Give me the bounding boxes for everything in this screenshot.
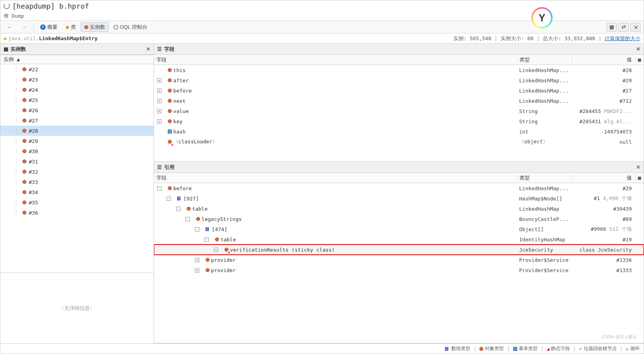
column-value[interactable]: 值 [572,56,635,63]
grid-row[interactable]: + beforeLinkedHashMap...#27 [154,85,644,96]
instance-row[interactable]: ⋮#33 [0,177,154,187]
toolbar-action-2[interactable]: ⇄ [618,23,629,32]
object-icon [22,200,26,204]
instance-row[interactable]: ⋮#29 [0,136,154,146]
column-value[interactable]: 值 [572,174,635,182]
expander-icon[interactable]: - [167,196,171,201]
close-icon[interactable]: ✕ [636,46,640,52]
overview-tab[interactable]: i概要 [37,23,61,32]
field-value: #29 [572,185,635,191]
instance-row[interactable]: ⋮#24 [0,85,154,95]
fields-panel-header: ☰ 字段 ✕ [154,44,644,55]
close-icon[interactable]: ✕ [636,164,640,170]
refs-grid[interactable]: - beforeLinkedHashMap...#29- [927]HashMa… [154,183,644,343]
back-button[interactable]: ← [4,23,16,32]
grid-row[interactable]: + nextLinkedHashMap...#712 [154,96,644,106]
grid-row[interactable]: - [927]HashMap$Node[]#1 4,096 个项 [154,193,644,204]
instances-column-header[interactable]: 实例 ▲ [0,55,154,64]
instance-id: #36 [29,210,38,216]
array-icon [206,227,210,231]
expander-icon[interactable]: - [186,217,190,221]
grid-row[interactable]: - beforeLinkedHashMap...#29 [154,183,644,193]
grid-row[interactable]: - tableIdentityHashMap#19 [154,234,644,245]
instance-row[interactable]: ⋮#27 [0,115,154,126]
oql-tab[interactable]: OQL 控制台 [110,23,150,32]
grid-row[interactable]: - tableLinkedHashMap#30439 [154,204,644,214]
expander-icon[interactable]: + [157,119,161,124]
instance-row[interactable]: ⋮#25 [0,95,154,105]
expander-icon[interactable]: + [195,268,199,272]
legend-gcroot: ⬈垃圾回收根节点 [579,345,616,352]
fields-grid[interactable]: thisLinkedHashMap...#28+ afterLinkedHash… [154,65,644,161]
refs-panel-title: 引用 [164,164,174,171]
instance-row[interactable]: ⋮#28 [0,126,154,136]
panel-icon: ☰ [157,164,162,170]
instance-row[interactable]: ⋮#22 [0,64,154,74]
expander-icon[interactable]: - [195,227,199,232]
column-field[interactable]: 字段 [154,56,517,63]
compute-retained-link[interactable]: 计算保留的大小 [605,35,640,42]
object-icon [168,99,172,103]
expander-icon[interactable]: + [157,99,161,103]
expander-icon[interactable]: + [157,78,161,83]
close-icon[interactable]: ✕ [146,46,150,52]
toolbar-action-1[interactable]: ▦ [607,23,617,32]
expander-icon[interactable]: + [214,248,218,252]
grid-row[interactable]: + keyString#285431 Alg.Al... [154,116,644,126]
field-type: String [517,108,572,114]
expander-icon[interactable]: - [176,207,180,211]
field-type: LinkedHashMap... [517,67,572,73]
instance-row[interactable]: ⋮#26 [0,105,154,115]
instance-row[interactable]: ⋮#31 [0,156,154,167]
field-name: next [173,98,186,104]
grid-row[interactable]: + afterLinkedHashMap...#29 [154,75,644,85]
expander-icon[interactable]: + [157,109,161,113]
panel-icon: ▦ [4,46,8,52]
instance-id: #24 [29,87,38,93]
classes-tab[interactable]: ◆类 [62,23,79,32]
column-type[interactable]: 类型 [517,56,572,63]
instance-row[interactable]: ⋮#30 [0,146,154,156]
instance-row[interactable]: ⋮#34 [0,187,154,197]
expander-icon[interactable]: - [204,237,209,242]
instances-tab[interactable]: 实例数 [81,22,109,32]
object-icon [196,217,200,221]
grid-row[interactable]: + providerProvider$Service#1336 [154,255,644,265]
instance-row[interactable]: ⋮#36 [0,208,154,218]
instance-row[interactable]: ⋮#35 [0,197,154,208]
object-icon [22,159,26,163]
expander-icon[interactable]: + [195,258,199,262]
field-name: table [221,237,236,243]
object-icon [22,119,26,122]
object-icon [168,186,172,190]
column-settings-icon[interactable]: ▦ [635,57,644,63]
grid-row[interactable]: ◢〈classLoader〉〈object〉null [154,137,644,147]
toolbar-action-3[interactable]: ⇲ [630,23,640,32]
object-icon [206,258,210,262]
field-value: #1 4,096 个项 [572,195,635,202]
field-value: #28 [572,67,635,73]
column-field[interactable]: 字段 [154,174,517,182]
instance-count: 实例: 565,548 [453,35,491,42]
expander-icon[interactable]: + [157,89,161,93]
grid-row[interactable]: thisLinkedHashMap...#28 [154,65,644,75]
grid-row[interactable]: + providerProvider$Service#1333 [154,265,644,275]
column-type[interactable]: 类型 [517,174,572,182]
instance-id: #34 [29,189,38,195]
forward-button[interactable]: → [18,23,30,32]
instance-row[interactable]: ⋮#23 [0,74,154,85]
grid-row[interactable]: + valueString#284455 PBKDF2... [154,106,644,116]
grid-row[interactable]: - legacyStringsBouncyCastleP...#89 [154,214,644,224]
grid-row[interactable]: + ◢verificationResults (sticky class)Jce… [154,245,644,255]
instance-id: #32 [29,169,38,175]
column-settings-icon[interactable]: ▦ [635,175,644,181]
fields-columns: 字段 类型 值 ▦ [154,55,644,65]
expander-icon[interactable]: - [157,186,161,191]
instances-list[interactable]: ⋮#22⋮#23⋮#24⋮#25⋮#26⋮#27⋮#28⋮#29⋮#30⋮#31… [0,64,154,272]
field-type: Object[] [517,226,572,232]
grid-row[interactable]: hashint-149754073 [154,126,644,137]
grid-row[interactable]: - [474]Object[]#9966 512 个项 [154,224,644,234]
object-icon [22,211,26,215]
field-type: LinkedHashMap... [517,98,572,104]
instance-row[interactable]: ⋮#32 [0,167,154,177]
